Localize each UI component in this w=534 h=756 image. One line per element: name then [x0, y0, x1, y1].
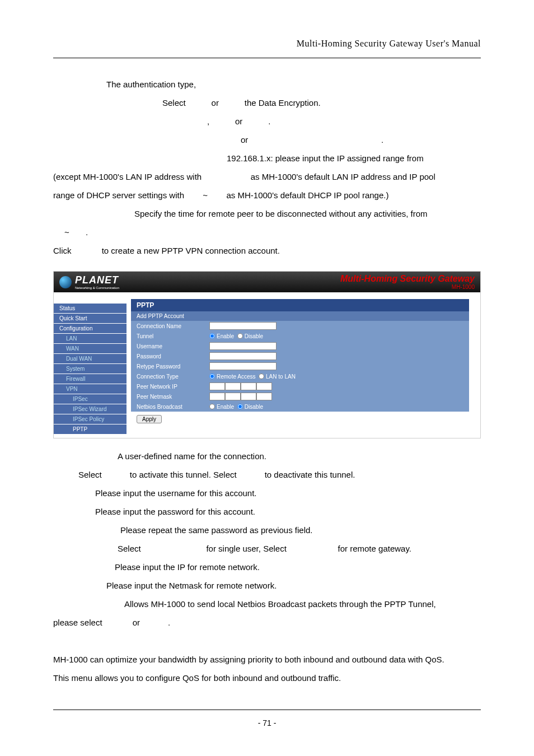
page-header: Multi-Homing Security Gateway User's Man…	[53, 34, 481, 58]
remote-access-radio[interactable]	[209, 374, 215, 379]
peer-ip-3[interactable]	[241, 382, 256, 390]
label: Connection Name	[137, 323, 209, 329]
row-retype: Retype Password	[131, 361, 469, 371]
d5: Please repeat the same password as previ…	[53, 521, 481, 539]
row-password: Password	[131, 351, 469, 361]
label: Tunnel	[137, 333, 209, 339]
peer-nm-1[interactable]	[209, 393, 225, 400]
t: .	[381, 135, 383, 144]
logo-icon	[59, 276, 72, 288]
t: LAN to LAN	[266, 374, 296, 380]
t: Remote Access	[217, 374, 255, 380]
intro-l8: Specify the time for remote peer to be d…	[53, 204, 481, 223]
label: Username	[137, 343, 209, 349]
t: Select	[78, 470, 102, 479]
row-username: Username	[131, 341, 469, 351]
row-tunnel: Tunnel Enable Disable	[131, 331, 469, 341]
t: Select	[162, 98, 186, 108]
qos1: MH-1000 can optimize your bandwidth by a…	[53, 650, 481, 669]
t: to activate this tunnel. Select	[130, 470, 237, 479]
peer-ip-1[interactable]	[209, 382, 225, 390]
t: ,	[207, 116, 209, 126]
retype-password-input[interactable]	[209, 362, 277, 370]
d4: Please input the password for this accou…	[53, 502, 481, 521]
row-conn-type: Connection Type Remote Access LAN to LAN	[131, 371, 469, 381]
row-peer-netmask: Peer Netmask	[131, 391, 469, 402]
t: as MH-1000's default DHCP IP pool range.…	[226, 190, 388, 200]
nav-wan[interactable]: WAN	[54, 344, 127, 353]
t: please select	[53, 618, 102, 627]
username-input[interactable]	[209, 342, 277, 350]
nav-ipsec[interactable]: IPSec	[54, 394, 127, 404]
nav-firewall[interactable]: Firewall	[54, 374, 127, 384]
netbios-enable-radio[interactable]	[209, 404, 215, 409]
netbios-disable-radio[interactable]	[237, 404, 243, 409]
peer-nm-4[interactable]	[256, 393, 272, 400]
label: Peer Netmask	[137, 394, 209, 400]
t: Select	[118, 544, 141, 553]
d2: Select to activate this tunnel. Select t…	[53, 465, 481, 484]
t: for remote gateway.	[338, 544, 411, 553]
brand-logo: PLANET Networking & Communication	[59, 274, 119, 290]
pptp-form: Connection Name Tunnel Enable Disable Us…	[131, 321, 469, 412]
t: .	[168, 618, 170, 627]
t: or	[133, 618, 140, 627]
panel-subtitle: Add PPTP Account	[131, 311, 469, 321]
intro-l3: , or .	[53, 112, 481, 130]
nav-status[interactable]: Status	[54, 304, 127, 313]
nav-ipsec-wizard[interactable]: IPSec Wizard	[54, 404, 127, 414]
t: Enable	[217, 333, 234, 339]
label: Password	[137, 353, 209, 360]
nav-ipsec-policy[interactable]: IPSec Policy	[54, 414, 127, 424]
connection-name-input[interactable]	[209, 322, 277, 330]
peer-nm-2[interactable]	[225, 393, 241, 400]
label: Peer Network IP	[137, 384, 209, 390]
ss-title: Multi-Homing Security Gateway MH-1000	[340, 274, 475, 290]
t: to deactivate this tunnel.	[265, 470, 355, 479]
apply-button[interactable]: Apply	[137, 415, 162, 423]
t: Disable	[245, 333, 263, 339]
nav-dualwan[interactable]: Dual WAN	[54, 354, 127, 363]
t: Disable	[245, 404, 263, 410]
intro-l10: Click to create a new PPTP VPN connectio…	[53, 241, 481, 260]
brand-text: PLANET	[75, 274, 119, 286]
d9: Allows MH-1000 to send local Netbios Bro…	[53, 595, 481, 613]
intro-l2: Select or the Data Encryption.	[53, 94, 481, 112]
t: .	[86, 227, 88, 237]
ss-nav: Status Quick Start Configuration LAN WAN…	[54, 292, 127, 438]
tunnel-disable-radio[interactable]	[237, 333, 243, 339]
d10: please select or .	[53, 613, 481, 632]
row-netbios: Netbios Broadcast Enable Disable	[131, 402, 469, 412]
t: Enable	[217, 404, 234, 410]
d3: Please input the username for this accou…	[53, 484, 481, 502]
t: or	[235, 116, 242, 126]
brand-sub: Networking & Communication	[75, 286, 119, 290]
peer-nm-3[interactable]	[241, 393, 256, 400]
t: range of DHCP server settings with	[53, 190, 184, 200]
label: Connection Type	[137, 374, 209, 380]
t: the Data Encryption.	[245, 98, 321, 108]
qos2: This menu allows you to configure QoS fo…	[53, 669, 481, 687]
intro-l7: range of DHCP server settings with ~ as …	[53, 186, 481, 204]
nav-quickstart[interactable]: Quick Start	[54, 314, 127, 323]
nav-pptp[interactable]: PPTP	[54, 424, 127, 434]
nav-config[interactable]: Configuration	[54, 324, 127, 333]
lan-to-lan-radio[interactable]	[259, 374, 264, 379]
t: ~	[203, 190, 208, 200]
intro-l6: (except MH-1000's LAN IP address with as…	[53, 167, 481, 186]
nav-vpn[interactable]: VPN	[54, 384, 127, 394]
nav-system[interactable]: System	[54, 364, 127, 374]
ss-main: PPTP Add PPTP Account Connection Name Tu…	[127, 292, 480, 438]
row-connection-name: Connection Name	[131, 321, 469, 331]
peer-ip-4[interactable]	[256, 382, 272, 390]
peer-ip-2[interactable]	[225, 382, 241, 390]
t: Click	[53, 246, 72, 255]
t: to create a new PPTP VPN connection acco…	[102, 246, 280, 255]
t: or	[212, 98, 219, 108]
tunnel-enable-radio[interactable]	[209, 333, 215, 339]
nav-lan[interactable]: LAN	[54, 334, 127, 343]
t: for single user, Select	[206, 544, 286, 553]
password-input[interactable]	[209, 352, 277, 360]
intro-l1: The authentication type,	[53, 75, 481, 94]
intro-l9: ~ .	[53, 223, 481, 241]
